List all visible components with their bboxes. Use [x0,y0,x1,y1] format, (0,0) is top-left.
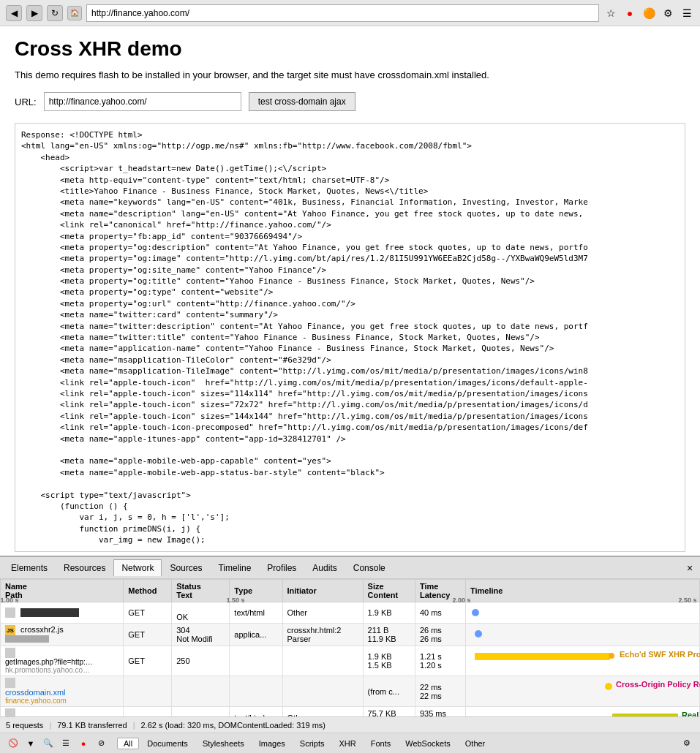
row4-status [172,676,230,707]
filter-images[interactable]: Images [252,738,292,749]
filter-scripts[interactable]: Scripts [293,738,331,749]
filter-tabs: All Documents Stylesheets Images Scripts… [117,738,492,749]
network-panel: NamePath Method StatusText Type Initiato… [0,579,700,753]
tab-console[interactable]: Console [345,559,394,576]
url-input[interactable] [44,92,241,111]
filter-button[interactable]: ▼ [23,736,38,751]
row3-timeline: Echo'd SWF XHR Proxy [466,646,700,676]
tab-network[interactable]: Network [113,559,162,576]
timeline-mark-1: 1.00 s [1,597,19,604]
network-row-2[interactable]: JS crossxhr2.js GET 304Not Modifi applic… [1,624,700,646]
home-button[interactable]: 🏠 [67,6,82,20]
search-button[interactable]: 🔍 [41,736,56,751]
tab-resources[interactable]: Resources [56,559,113,576]
row1-status: OK [172,602,230,624]
filter-other[interactable]: Other [459,738,492,749]
network-row-4[interactable]: crossdomain.xml finance.yahoo.com (from … [1,676,700,707]
browser-toolbar: ◀ ▶ ↻ 🏠 ☆ ● 🟠 ⚙ ☰ [0,0,700,26]
row3-name: getImages.php?file=http:/... hk.promotio… [1,646,124,676]
filter-xhr[interactable]: XHR [332,738,362,749]
row4-size: (from c... [363,676,415,707]
tab-timeline[interactable]: Timeline [210,559,259,576]
row4-timeline: Cross-Origin Policy Request [466,676,700,707]
extension2-icon[interactable]: ⚙ [661,6,675,20]
url-row: URL: test cross-domain ajax [15,92,685,111]
network-table: NamePath Method StatusText Type Initiato… [0,579,700,716]
bookmark-icon[interactable]: ☆ [603,6,618,20]
network-row-1[interactable]: GET OK text/html Other 1.9 KB 40 ms [1,602,700,624]
network-status-bar: 5 requests | 79.1 KB transferred | 2.62 … [0,716,700,733]
response-area: Response: <!DOCTYPE html> <html lang="en… [15,123,685,552]
row5-status: OK [172,707,230,716]
transferred-size: 79.1 KB transferred [57,721,127,730]
row2-type: applica... [230,624,282,646]
response-content: <!DOCTYPE html> <html lang="en-US" xmlns… [21,130,588,545]
requests-count: 5 requests [6,721,43,730]
row3-method: GET [124,646,172,676]
row5-type: text/html [230,707,282,716]
devtools-close-button[interactable]: × [682,561,697,575]
row2-name: JS crossxhr2.js [1,624,124,646]
row5-name: finance.yahoo.com [1,707,124,716]
row1-type: text/html [230,602,282,624]
clear-button[interactable]: 🚫 [6,736,20,751]
row1-size: 1.9 KB [363,602,415,624]
page-title: Cross XHR demo [15,37,685,61]
row1-initiator: Other [282,602,363,624]
menu-icon[interactable]: ☰ [680,6,694,20]
response-container: Response: <!DOCTYPE html> <html lang="en… [15,123,685,552]
row5-method [124,707,172,716]
stop-icon[interactable]: ● [622,6,637,20]
filter-documents[interactable]: Documents [140,738,195,749]
row3-status: 250 [172,646,230,676]
row2-initiator: crossxhr.html:2Parser [282,624,363,646]
test-button[interactable]: test cross-domain ajax [249,92,355,111]
row5-time: 935 ms281 ms [415,707,465,716]
row4-type [230,676,282,707]
network-rows: GET OK text/html Other 1.9 KB 40 ms JS [1,602,700,717]
reload-button[interactable]: ↻ [47,5,63,21]
back-button[interactable]: ◀ [6,5,22,21]
extension-icon[interactable]: 🟠 [641,6,656,20]
row1-name [1,602,124,624]
network-table-container: NamePath Method StatusText Type Initiato… [0,579,700,716]
row2-time: 26 ms26 ms [415,624,465,646]
response-label: Response: [21,130,65,140]
stop-record-button[interactable]: ⊘ [94,736,108,751]
row3-type [230,646,282,676]
row1-time: 40 ms [415,602,465,624]
filter-stylesheets[interactable]: Stylesheets [196,738,251,749]
devtools-panel: Elements Resources Network Sources Timel… [0,556,700,753]
row2-status: 304Not Modifi [172,624,230,646]
filter-all[interactable]: All [117,738,139,749]
record-button[interactable]: ● [76,736,91,751]
timeline-mark-2: 1.50 s [226,597,244,604]
row4-method [124,676,172,707]
network-row-5[interactable]: finance.yahoo.com OK text/html Other 75.… [1,707,700,716]
main-content: Cross XHR demo This demo requires flash … [0,26,700,556]
row5-timeline: Real request [466,707,700,716]
row3-time: 1.21 s1.20 s [415,646,465,676]
devtools-bottom-toolbar: 🚫 ▼ 🔍 ☰ ● ⊘ All Documents Stylesheets Im… [0,733,700,753]
row4-time: 22 ms22 ms [415,676,465,707]
address-bar[interactable] [86,4,599,22]
tab-profiles[interactable]: Profiles [259,559,304,576]
row5-size: 75.7 KB388 KB [363,707,415,716]
network-row-3[interactable]: getImages.php?file=http:/... hk.promotio… [1,646,700,676]
row2-size: 211 B11.9 KB [363,624,415,646]
row5-initiator: Other [282,707,363,716]
network-table-header: NamePath Method StatusText Type Initiato… [1,580,700,602]
devtools-tabs: Elements Resources Network Sources Timel… [0,557,700,579]
filter-fonts[interactable]: Fonts [364,738,398,749]
row1-method: GET [124,602,172,624]
devtools-settings-button[interactable]: ⚙ [680,736,694,751]
row3-initiator [282,646,363,676]
list-button[interactable]: ☰ [59,736,73,751]
tab-sources[interactable]: Sources [162,559,210,576]
filter-websockets[interactable]: WebSockets [399,738,457,749]
url-label: URL: [15,97,37,107]
forward-button[interactable]: ▶ [26,5,42,21]
row3-size: 1.9 KB1.5 KB [363,646,415,676]
tab-elements[interactable]: Elements [3,559,56,576]
tab-audits[interactable]: Audits [304,559,345,576]
